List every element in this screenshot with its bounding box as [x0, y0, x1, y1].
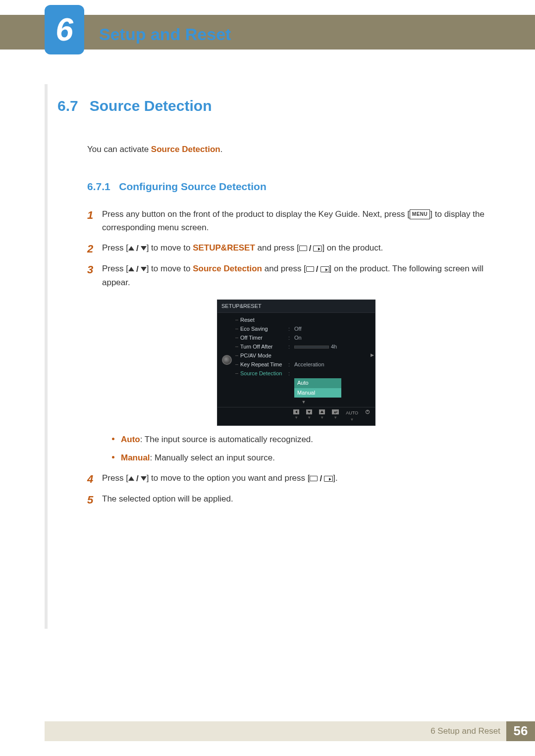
intro-prefix: You can activate — [87, 145, 151, 154]
subsection-heading: 6.7.1 Configuring Source Detection — [87, 178, 490, 195]
up-down-icon: / — [128, 472, 147, 485]
chapter-title: Setup and Reset — [99, 21, 231, 48]
section-number: 6.7 — [57, 94, 87, 118]
osd-turnoff: Turn Off After — [236, 343, 288, 352]
rect-icon — [299, 246, 307, 251]
left-margin-bar — [45, 84, 48, 629]
osd-menu: Reset Eco Saving:Off Off Timer:On Turn O… — [236, 313, 375, 407]
intro-highlight: Source Detection — [151, 145, 220, 154]
enter-icon: / — [306, 262, 329, 276]
osd-source: Source Detection — [236, 369, 288, 378]
bullet-manual-text: : Manually select an input source. — [150, 453, 275, 462]
section-title: Source Detection — [90, 94, 212, 118]
osd-option-auto: Auto — [294, 378, 341, 388]
osd-turnoff-v: 4h — [331, 343, 337, 352]
osd-timer: Off Timer — [236, 334, 288, 343]
section-heading: 6.7 Source Detection — [57, 94, 490, 118]
content-area: 6.7 Source Detection You can activate So… — [57, 94, 490, 513]
bullet-auto-label: Auto — [121, 435, 140, 444]
step-2: Press [/] to move to SETUP&RESET and pre… — [87, 241, 490, 255]
steps-list: Press any button on the front of the pro… — [87, 207, 490, 506]
step-3-text-c: and press [ — [262, 264, 306, 273]
osd-timer-v: On — [294, 334, 302, 343]
return-icon — [313, 246, 322, 252]
return-icon — [324, 476, 333, 482]
osd-screenshot: SETUP&RESET Reset Eco Saving:Off Off Tim… — [217, 300, 375, 426]
osd-slider: 4h — [294, 343, 337, 352]
bullet-manual: Manual: Manually select an input source. — [112, 451, 490, 464]
osd-option-manual: Manual — [294, 388, 341, 398]
triangle-down-icon — [141, 476, 147, 481]
return-icon — [321, 266, 329, 272]
step-3-highlight: Source Detection — [193, 264, 262, 273]
intro-suffix: . — [220, 145, 223, 154]
step-4: Press [/] to move to the option you want… — [87, 471, 490, 485]
osd-nav-auto: AUTO▼ — [346, 409, 358, 423]
step-1: Press any button on the front of the pro… — [87, 207, 490, 234]
osd-nav-up-icon: ▼ — [319, 409, 325, 423]
enter-icon: / — [299, 242, 322, 255]
rect-icon — [310, 476, 318, 481]
scroll-down-icon: ▼ — [236, 398, 371, 405]
footer-bar: 6 Setup and Reset 56 — [45, 721, 535, 741]
triangle-down-icon — [141, 246, 147, 251]
bullet-manual-label: Manual — [121, 453, 150, 462]
step-4-text-c: ]. — [333, 473, 337, 483]
footer-text: 6 Setup and Reset — [430, 724, 506, 738]
osd-nav-left-icon: ▼ — [293, 409, 299, 423]
subsection-title: Configuring Source Detection — [119, 181, 267, 192]
step-3-text-a: Press [ — [102, 264, 128, 273]
osd-krt: Key Repeat Time — [236, 360, 288, 369]
step-5-text: The selected option will be applied. — [102, 494, 233, 504]
osd-nav-down-icon: ▼ — [306, 409, 312, 423]
osd-krt-v: Acceleration — [294, 360, 324, 369]
osd-reset: Reset — [236, 316, 288, 325]
step-4-text-a: Press [ — [102, 473, 128, 483]
step-3-text-b: ] to move to — [147, 264, 193, 273]
step-3: Press [/] to move to Source Detection an… — [87, 262, 490, 464]
step-5: The selected option will be applied. — [87, 492, 490, 505]
menu-icon: MENU — [410, 209, 430, 219]
bullet-auto-text: : The input source is automatically reco… — [140, 435, 313, 444]
page-number: 56 — [506, 721, 535, 741]
enter-icon: / — [310, 472, 333, 485]
rect-icon — [306, 266, 314, 272]
osd-title: SETUP&RESET — [217, 300, 375, 313]
step-2-text-a: Press [ — [102, 243, 128, 252]
dial-icon — [222, 355, 232, 365]
step-2-text-b: ] to move to — [147, 243, 193, 252]
osd-nav-enter-icon: ▼ — [332, 409, 339, 423]
triangle-up-icon — [128, 476, 134, 481]
triangle-up-icon — [128, 246, 134, 251]
step-2-text-c: and press [ — [255, 243, 299, 252]
triangle-up-icon — [128, 267, 134, 271]
up-down-icon: / — [128, 262, 147, 276]
osd-dropdown: Auto Manual — [294, 378, 341, 398]
osd-dial-area — [217, 313, 236, 407]
up-down-icon: / — [128, 242, 147, 255]
osd-pcav: PC/AV Mode — [236, 352, 288, 360]
osd-eco-v: Off — [294, 325, 301, 334]
step-2-text-d: ] on the product. — [322, 243, 383, 252]
chapter-number: 6 — [45, 5, 84, 54]
subsection-number: 6.7.1 — [87, 181, 110, 192]
step-4-text-b: ] to move to the option you want and pre… — [147, 473, 310, 483]
osd-footer: ▼ ▼ ▼ ▼ AUTO▼ — [217, 407, 375, 425]
triangle-down-icon — [141, 267, 147, 271]
option-bullets: Auto: The input source is automatically … — [112, 433, 490, 464]
svg-rect-6 — [332, 409, 339, 414]
osd-eco: Eco Saving — [236, 325, 288, 334]
intro-text: You can activate Source Detection. — [87, 143, 490, 156]
step-1-text-a: Press any button on the front of the pro… — [102, 209, 410, 219]
chevron-right-icon: ▶ — [371, 352, 374, 358]
osd-nav-power-icon — [365, 409, 370, 423]
step-2-highlight: SETUP&RESET — [193, 243, 255, 252]
bullet-auto: Auto: The input source is automatically … — [112, 433, 490, 446]
